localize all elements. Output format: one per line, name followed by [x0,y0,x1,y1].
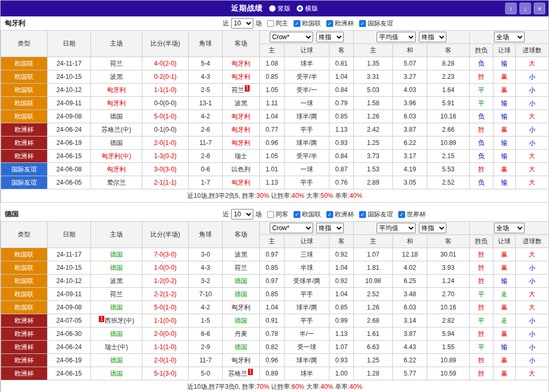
avg-away: 10.59 [427,367,470,380]
layout-option-vertical[interactable]: 竖版 [269,4,290,13]
checkbox-icon [398,211,405,218]
avg-draw: 12.18 [393,248,427,261]
odds-handicap: 三球 [285,248,330,261]
avg-away: 10.16 [427,301,470,314]
avg-away: 30.01 [427,248,470,261]
odds-away: 0.84 [330,84,354,97]
avg-away: 10.89 [427,354,470,367]
summary-segment: 大率: [305,192,321,199]
avg-away: 10.16 [427,110,470,123]
home-team-cell: 爱尔兰 [91,176,142,189]
filter-checkbox[interactable]: 同主 [267,19,288,28]
odds-index-select[interactable]: 终指 [316,32,344,42]
average-index-select[interactable]: 终指 [419,32,446,42]
recent-count-select[interactable]: 10 [231,18,253,29]
avg-home: 2.68 [354,314,393,327]
odds-handicap: 平手 [285,288,330,301]
avg-home: 1.07 [354,248,393,261]
result-handicap: 赢 [493,327,516,341]
result-handicap: 走 [493,288,516,301]
odds-handicap: 受一球 [285,341,330,354]
average-select[interactable]: 平均值 [377,32,416,42]
league-badge: 国际友谊 [1,176,48,189]
radio-horizontal-label: 横版 [305,4,318,13]
odds-home: 0.89 [260,367,285,380]
bookmaker-select[interactable]: Crow* [270,223,313,233]
corners: 7-10 [189,288,223,301]
filter-checkbox[interactable]: 欧国联 [294,19,321,28]
result-outcome: 平 [470,84,493,97]
home-team-cell: 匈牙利 [91,163,142,176]
score: 0-1(0-0) [142,123,189,136]
odds-away: 1.13 [330,327,354,341]
match-row: 欧洲杯24-06-24瑞士(中)1-1(1-0)2-9德国0.82受一球1.07… [1,341,549,354]
fulltime-group-header: 全场 [470,222,549,235]
filter-checkbox[interactable]: 欧洲杯 [326,19,354,28]
bookmaker-select[interactable]: Crow* [270,32,313,42]
away-team-name: 德国 [235,317,248,324]
league-badge: 欧洲杯 [1,367,48,380]
score: 1-1(1-0) [142,341,189,354]
filter-checkbox[interactable]: 世界杯 [398,210,426,219]
filter-checkbox[interactable]: 欧洲杯 [326,210,354,219]
away-team-name: 匈牙利 [232,304,251,311]
filter-checkbox[interactable]: 欧国联 [294,210,321,219]
radio-unselected-icon [269,5,276,12]
away-team-name: 德国 [235,277,248,285]
checkbox-label: 欧国联 [302,19,321,28]
home-team-cell: 德国 [91,301,142,314]
odds-home: 0.77 [260,123,285,136]
result-handicap: 赢 [493,163,516,176]
away-team-name: 波黑 [235,99,248,107]
league-badge: 欧国联 [1,261,48,275]
result-outcome: 胜 [470,248,493,261]
filter-checkbox[interactable]: 同客 [267,210,288,219]
result-outcome: 负 [470,150,493,163]
home-team-cell: 德国 [91,367,142,380]
home-team-cell: 匈牙利(中) [91,150,142,163]
away-team-cell: 匈牙利 [223,354,260,367]
layout-option-horizontal[interactable]: 横版 [297,4,318,13]
result-goals: 小 [516,354,549,367]
match-date: 24-06-24 [48,341,91,354]
home-team-cell: 匈牙利 [91,97,142,110]
fulltime-select[interactable]: 全场 [494,223,525,233]
fulltime-group-header: 全场 [470,31,549,44]
match-date: 24-06-24 [48,123,91,136]
home-team-name: 瑞士(中) [105,343,128,351]
checkbox-label: 同客 [276,210,288,219]
avg-draw: 3.27 [393,70,427,84]
odds-handicap: 平手 [285,176,330,189]
close-button[interactable]: × [534,3,545,14]
odds-away: 0.79 [330,97,354,110]
score: 1-3(0-2) [142,150,189,163]
filter-checkbox[interactable]: 国际友谊 [359,210,393,219]
avg-home: 1.25 [354,354,393,367]
odds-handicap: 半球 [285,261,330,275]
recent-count-select[interactable]: 10 [231,209,253,220]
odds-home: 0.97 [260,275,285,288]
league-badge: 欧国联 [1,301,48,314]
league-badge: 欧洲杯 [1,327,48,341]
league-badge: 欧国联 [1,275,48,288]
match-row: 欧国联24-10-12匈牙利1-1(1-0)2-5荷兰11.05受半/一0.84… [1,84,549,97]
fulltime-select[interactable]: 全场 [494,32,525,42]
score: 2-1(1-1) [142,176,189,189]
header-row-groups: 类型日期主场比分(半场)角球客场Crow*终指平均值终指全场 [1,222,549,235]
match-date: 24-09-11 [48,288,91,301]
move-up-button[interactable]: ↑ [505,3,517,14]
league-badge: 欧国联 [1,97,48,110]
odds-index-select[interactable]: 终指 [316,223,344,233]
filter-checkbox[interactable]: 国际友谊 [359,19,393,28]
away-team-cell: 荷兰1 [223,84,260,97]
match-row: 国际友谊24-06-08匈牙利3-0(3-0)0-6以色列1.01一球0.871… [1,163,549,176]
average-select[interactable]: 平均值 [377,223,416,233]
average-index-select[interactable]: 终指 [419,223,446,233]
corners: 2-6 [189,150,223,163]
move-down-button[interactable]: ↓ [519,3,531,14]
score: 5-0(1-0) [142,110,189,123]
league-badge: 欧国联 [1,70,48,84]
home-team-name: 德国 [110,264,123,271]
odds-sub-header-0: 主 [260,235,285,248]
avg-away: 3.93 [427,261,470,275]
